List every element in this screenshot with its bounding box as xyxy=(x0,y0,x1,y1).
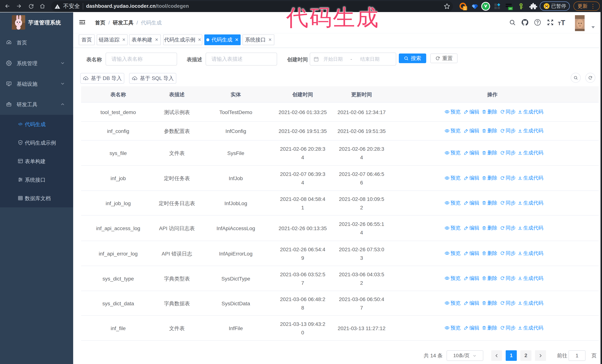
svg-text:on: on xyxy=(509,7,512,10)
svg-text:1: 1 xyxy=(464,7,466,10)
